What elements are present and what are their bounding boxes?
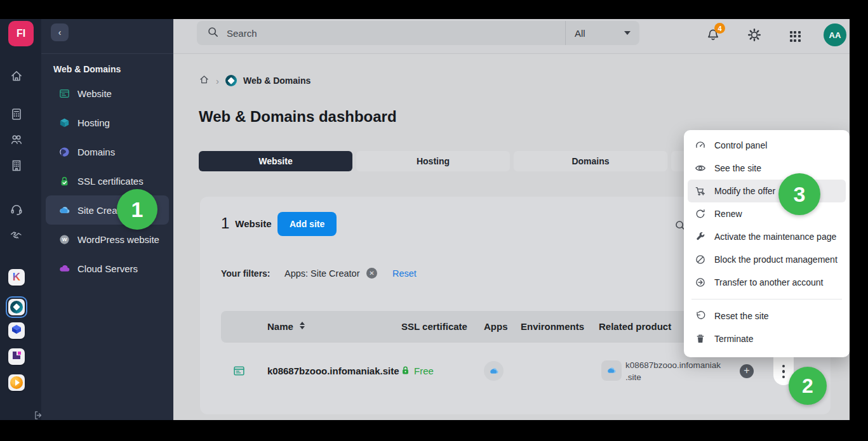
eye-icon bbox=[695, 162, 706, 174]
sidebar-item-cloud-servers[interactable]: Cloud Servers bbox=[46, 254, 169, 283]
count-number: 1 bbox=[221, 214, 229, 232]
building-icon bbox=[10, 159, 23, 175]
menu-item-renew[interactable]: Renew bbox=[684, 202, 850, 225]
search-scope-select[interactable]: All bbox=[565, 21, 639, 45]
site-creator-icon bbox=[489, 366, 499, 376]
column-ssl: SSL certificate bbox=[401, 321, 467, 332]
sidebar-item-hosting[interactable]: Hosting bbox=[46, 108, 169, 137]
menu-item-reset-the-site[interactable]: Reset the site bbox=[684, 305, 850, 327]
breadcrumb: › Web & Domains bbox=[199, 75, 310, 86]
app-tile-ksuite[interactable]: K bbox=[8, 269, 25, 286]
add-site-button[interactable]: Add site bbox=[277, 212, 337, 236]
tab-domains[interactable]: Domains bbox=[514, 151, 667, 171]
block-icon bbox=[695, 254, 706, 265]
filter-chip: Apps: Site Creator bbox=[284, 268, 359, 279]
site-creator-icon bbox=[58, 204, 70, 216]
rail-billing-button[interactable] bbox=[9, 108, 24, 123]
rail-users-button[interactable] bbox=[9, 133, 24, 148]
site-name: k08687bzooo.infomaniak.site bbox=[267, 365, 399, 376]
sort-icon[interactable] bbox=[300, 322, 305, 329]
menu-item-label: Activate the maintenance page bbox=[714, 232, 836, 242]
remove-filter-button[interactable]: ✕ bbox=[366, 268, 377, 279]
sidebar-header: ‹ bbox=[41, 19, 173, 54]
menu-item-see-the-site[interactable]: See the site bbox=[684, 157, 850, 180]
handshake-icon bbox=[10, 228, 23, 244]
app-chip[interactable] bbox=[484, 361, 504, 381]
kebab-icon bbox=[782, 365, 785, 368]
infomaniak-logo[interactable]: FI bbox=[8, 21, 34, 46]
related-product-chip[interactable] bbox=[601, 360, 622, 381]
ssl-certificate-icon bbox=[58, 175, 70, 187]
infomaniak-manager-app: FI bbox=[0, 19, 850, 420]
rail-organization-button[interactable] bbox=[9, 159, 24, 174]
website-icon bbox=[58, 88, 70, 100]
menu-item-label: Terminate bbox=[714, 334, 753, 344]
menu-item-block-product-management[interactable]: Block the product management bbox=[684, 248, 850, 271]
reset-filters-link[interactable]: Reset bbox=[392, 268, 417, 279]
app-tile-media-product[interactable] bbox=[8, 348, 25, 365]
menu-item-label: Reset the site bbox=[714, 311, 769, 321]
tab-website[interactable]: Website bbox=[199, 151, 352, 171]
topbar: All 4 bbox=[173, 19, 850, 54]
column-apps: Apps bbox=[484, 321, 508, 332]
sidebar-item-label: SSL certificates bbox=[77, 176, 144, 187]
rail-partner-button[interactable] bbox=[9, 228, 24, 244]
sidebar-item-wordpress-website[interactable]: W WordPress website bbox=[46, 225, 169, 254]
trash-icon bbox=[695, 333, 706, 345]
rail-home-button[interactable] bbox=[9, 70, 24, 85]
app-tile-play-product[interactable] bbox=[8, 374, 25, 391]
menu-item-label: Control panel bbox=[714, 140, 767, 150]
ksuite-icon: K bbox=[13, 271, 20, 284]
cloud-servers-icon bbox=[58, 263, 70, 275]
menu-divider bbox=[691, 299, 842, 299]
sidebar-item-ssl-certificates[interactable]: SSL certificates bbox=[46, 166, 169, 195]
user-avatar[interactable]: AA bbox=[824, 23, 846, 46]
sidebar-section-title: Web & Domains bbox=[53, 64, 121, 74]
app-tile-web-domains[interactable] bbox=[8, 299, 25, 315]
add-related-button[interactable]: + bbox=[740, 364, 754, 378]
apps-launcher-button[interactable] bbox=[787, 28, 803, 44]
app-tile-cube-product[interactable] bbox=[8, 322, 25, 339]
menu-item-transfer-account[interactable]: Transfer to another account bbox=[684, 271, 850, 294]
svg-text:W: W bbox=[62, 237, 67, 242]
calculator-icon bbox=[10, 107, 23, 124]
filters-label: Your filters: bbox=[221, 268, 270, 279]
sidebar-item-label: Cloud Servers bbox=[77, 263, 138, 274]
sidebar-item-domains[interactable]: Domains bbox=[46, 137, 169, 166]
apps-grid-icon bbox=[790, 31, 801, 42]
menu-item-label: Renew bbox=[714, 209, 742, 219]
web-domains-icon bbox=[225, 75, 237, 86]
breadcrumb-separator: › bbox=[216, 76, 219, 86]
breadcrumb-current: Web & Domains bbox=[243, 76, 310, 86]
kebab-icon bbox=[782, 376, 785, 379]
menu-item-modify-the-offer[interactable]: Modify the offer bbox=[688, 180, 846, 202]
menu-item-terminate[interactable]: Terminate bbox=[684, 327, 850, 350]
menu-item-label: Block the product management bbox=[714, 254, 838, 265]
tab-hosting[interactable]: Hosting bbox=[356, 151, 510, 171]
page-title: Web & Domains dashboard bbox=[199, 108, 397, 126]
breadcrumb-home-button[interactable] bbox=[199, 74, 210, 88]
menu-item-activate-maintenance-page[interactable]: Activate the maintenance page bbox=[684, 225, 850, 248]
website-count: 1 Website bbox=[221, 214, 272, 232]
rail-support-button[interactable] bbox=[9, 203, 24, 218]
hosting-icon bbox=[58, 117, 70, 129]
row-context-menu: Control panel See the site Modify the of… bbox=[684, 130, 850, 357]
kebab-icon bbox=[782, 370, 785, 373]
column-related-product: Related product bbox=[599, 321, 671, 332]
search-icon bbox=[207, 26, 219, 41]
media-icon bbox=[11, 350, 22, 364]
sidebar-item-website[interactable]: Website bbox=[46, 79, 169, 108]
column-environments: Environments bbox=[521, 321, 584, 332]
column-name[interactable]: Name bbox=[267, 321, 293, 332]
settings-button[interactable] bbox=[746, 28, 763, 44]
search-input[interactable] bbox=[227, 28, 565, 39]
chevron-down-icon bbox=[624, 31, 631, 35]
sidebar-collapse-button[interactable]: ‹ bbox=[51, 23, 69, 41]
headset-icon bbox=[10, 202, 23, 219]
gauge-icon bbox=[695, 140, 706, 151]
annotation-step-3: 3 bbox=[778, 173, 820, 215]
wrench-icon bbox=[695, 231, 706, 242]
site-creator-icon bbox=[606, 365, 617, 376]
sidebar-item-label: Website bbox=[77, 88, 112, 99]
menu-item-control-panel[interactable]: Control panel bbox=[684, 134, 850, 157]
